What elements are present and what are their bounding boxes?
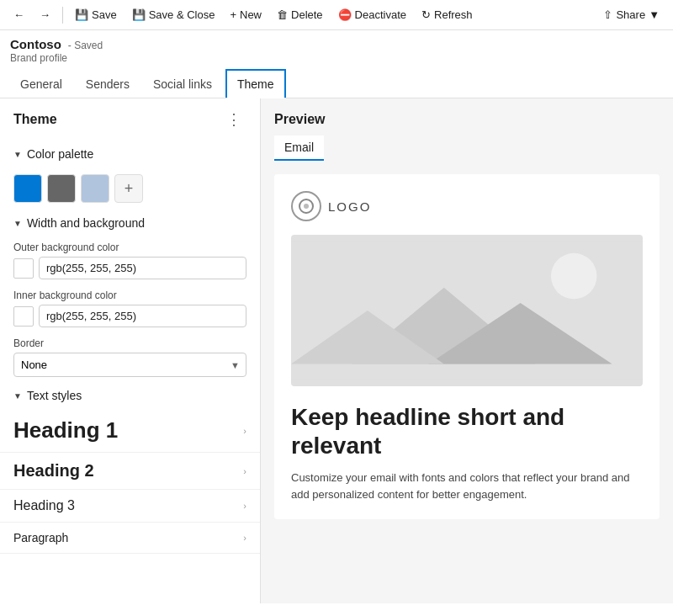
paragraph-item[interactable]: Paragraph › [0,523,260,554]
border-field: Border None Solid Dashed Dotted ▼ [0,332,260,382]
tab-social-links[interactable]: Social links [143,71,222,98]
logo-label: LOGO [328,199,371,214]
new-label: New [240,8,262,21]
border-label: Border [13,337,246,349]
toolbar-separator-1 [62,7,63,24]
save-close-label: Save & Close [149,8,215,21]
share-button[interactable]: ⇧ Share ▼ [596,5,666,24]
preview-tab-email[interactable]: Email [274,135,324,161]
forward-button[interactable]: → [33,5,57,24]
refresh-label: Refresh [434,8,473,21]
color-swatch-2[interactable] [47,174,76,203]
refresh-icon: ↻ [421,8,431,21]
panel-title: Theme [13,112,57,127]
add-color-swatch[interactable]: + [114,174,143,203]
email-headline: Keep headline short and relevant [291,403,643,459]
preview-title: Preview [274,112,660,127]
paragraph-label: Paragraph [13,531,68,544]
left-panel: Theme ⋮ ▼ Color palette + ▼ Width and ba… [0,98,261,603]
inner-bg-color-preview[interactable] [13,306,34,327]
header-area: Contoso - Saved Brand profile [0,30,673,64]
panel-menu-button[interactable]: ⋮ [221,109,246,130]
outer-bg-input[interactable] [39,257,246,279]
preview-tab-bar: Email [274,135,660,161]
width-bg-label: Width and background [27,216,145,230]
new-button[interactable]: + New [223,5,268,24]
deactivate-button[interactable]: ⛔ Deactivate [331,5,413,24]
main-content: Theme ⋮ ▼ Color palette + ▼ Width and ba… [0,98,673,603]
text-styles-chevron-icon: ▼ [13,391,22,401]
paragraph-chevron-icon: › [243,533,246,543]
saved-status: - Saved [68,40,103,51]
color-palette-section-header[interactable]: ▼ Color palette [0,141,260,167]
preview-content: LOGO Keep headline short and relevant Cu… [274,174,660,519]
brand-profile-subtitle: Brand profile [10,52,663,64]
refresh-button[interactable]: ↻ Refresh [415,5,480,24]
share-icon: ⇧ [603,8,612,21]
toolbar: ← → 💾 Save 💾 Save & Close + New 🗑 Delete… [0,0,673,30]
border-select[interactable]: None Solid Dashed Dotted [13,353,246,377]
text-styles-label: Text styles [27,389,82,402]
heading-2-chevron-icon: › [243,466,246,476]
new-icon: + [230,8,236,21]
color-swatch-1[interactable] [13,174,42,203]
svg-point-1 [304,204,309,209]
panel-header: Theme ⋮ [0,109,260,141]
heading-2-label: Heading 2 [13,461,94,481]
heading-3-item[interactable]: Heading 3 › [0,490,260,523]
color-swatches: + [0,167,260,210]
logo-circle-icon [291,191,321,221]
color-palette-chevron-icon: ▼ [13,150,22,159]
heading-1-chevron-icon: › [243,426,246,436]
save-close-button[interactable]: 💾 Save & Close [125,5,222,24]
share-label: Share [616,8,645,21]
outer-bg-field: Outer background color [0,236,260,284]
save-label: Save [92,8,117,21]
tab-senders[interactable]: Senders [76,71,140,98]
inner-bg-field: Inner background color [0,284,260,332]
save-close-icon: 💾 [132,8,146,21]
heading-1-label: Heading 1 [13,417,118,443]
tab-general[interactable]: General [10,71,72,98]
tab-bar: General Senders Social links Theme [0,64,673,98]
outer-bg-label: Outer background color [13,242,246,253]
tab-theme[interactable]: Theme [225,69,286,98]
heading-3-chevron-icon: › [243,501,246,511]
save-button[interactable]: 💾 Save [68,5,124,24]
text-styles-section-header[interactable]: ▼ Text styles [0,382,260,409]
heading-3-label: Heading 3 [13,498,75,513]
delete-icon: 🗑 [277,8,288,21]
deactivate-label: Deactivate [355,8,406,21]
width-bg-chevron-icon: ▼ [13,219,22,228]
deactivate-icon: ⛔ [338,8,352,21]
inner-bg-input[interactable] [39,305,246,327]
save-icon: 💾 [75,8,88,21]
svg-point-6 [551,253,597,300]
email-body: Customize your email with fonts and colo… [291,470,643,502]
delete-button[interactable]: 🗑 Delete [270,5,330,24]
width-background-section-header[interactable]: ▼ Width and background [0,210,260,236]
hero-image [291,235,643,386]
back-icon: ← [13,8,24,21]
inner-bg-label: Inner background color [13,289,246,301]
right-panel: Preview Email LOGO [261,98,673,603]
app-title: Contoso [10,37,61,51]
back-button[interactable]: ← [7,5,31,24]
logo-area: LOGO [291,191,643,221]
heading-2-item[interactable]: Heading 2 › [0,453,260,490]
delete-label: Delete [291,8,323,21]
forward-icon: → [40,8,50,21]
color-swatch-3[interactable] [81,174,109,203]
outer-bg-color-preview[interactable] [13,258,34,279]
color-palette-label: Color palette [27,147,93,161]
share-chevron-icon: ▼ [649,8,660,21]
heading-1-item[interactable]: Heading 1 › [0,409,260,453]
